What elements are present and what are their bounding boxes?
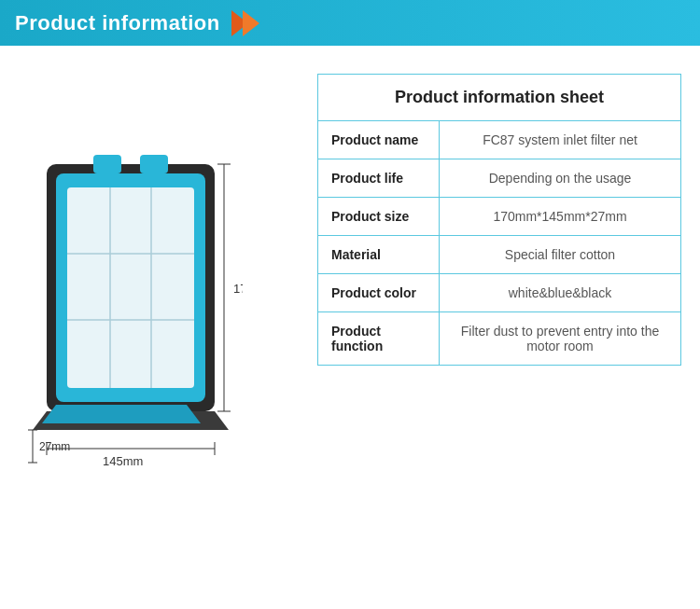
row-label: Material [318,236,440,274]
row-value: Filter dust to prevent entry into the mo… [440,312,681,366]
arrow-icon-2 [243,10,259,36]
svg-rect-8 [140,155,168,173]
page-header: Product information [0,0,700,46]
table-row: MaterialSpecial filter cotton [318,236,681,274]
svg-text:145mm: 145mm [103,454,143,468]
table-row: Product size170mm*145mm*27mm [318,198,681,236]
row-value: white&blue&black [440,274,681,312]
header-decoration [231,10,259,36]
table-title: Product information sheet [317,74,681,120]
row-value: FC87 system inlet filter net [440,121,681,159]
product-illustration: 170mm 145mm 27mm [28,136,243,472]
row-value: 170mm*145mm*27mm [440,198,681,236]
table-row: Product colorwhite&blue&black [318,274,681,312]
svg-rect-2 [67,187,194,388]
info-table-area: Product information sheet Product nameFC… [317,74,681,590]
row-label: Product name [318,121,440,159]
row-value: Depending on the usage [440,159,681,198]
product-info-table: Product nameFC87 system inlet filter net… [317,120,681,366]
svg-marker-10 [42,405,201,423]
svg-rect-7 [93,155,121,173]
row-label: Product color [318,274,440,312]
table-row: Product nameFC87 system inlet filter net [318,121,681,159]
table-row: Product lifeDepending on the usage [318,159,681,198]
svg-text:170mm: 170mm [233,282,243,296]
row-label: Product size [318,198,440,236]
row-value: Special filter cotton [440,236,681,274]
row-label: Product function [318,312,440,366]
svg-text:27mm: 27mm [39,440,70,453]
row-label: Product life [318,159,440,198]
table-row: Product functionFilter dust to prevent e… [318,312,681,366]
product-image-container: 170mm 145mm 27mm [28,136,289,528]
main-content: 170mm 145mm 27mm Product information she… [0,46,700,609]
page-title: Product information [15,11,220,35]
product-image-area: 170mm 145mm 27mm [19,74,299,590]
